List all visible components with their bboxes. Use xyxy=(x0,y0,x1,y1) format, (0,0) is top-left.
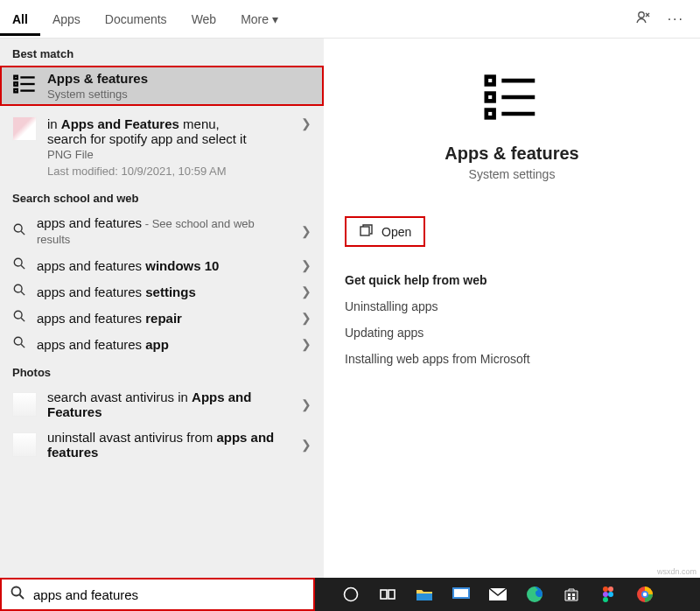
taskbar-icons xyxy=(341,585,654,604)
image-thumbnail-icon xyxy=(12,392,37,417)
svg-point-7 xyxy=(14,224,22,232)
result-title: apps and features repair xyxy=(37,311,290,326)
svg-rect-1 xyxy=(14,76,18,80)
quick-link-update[interactable]: Updating apps xyxy=(345,326,679,340)
file-explorer-icon[interactable] xyxy=(415,585,434,604)
chevron-right-icon[interactable]: ❯ xyxy=(301,337,312,351)
result-title: apps and features windows 10 xyxy=(37,258,290,273)
chevron-right-icon[interactable]: ❯ xyxy=(301,284,312,298)
web-result-base[interactable]: apps and features - See school and web r… xyxy=(0,210,324,252)
search-input[interactable] xyxy=(33,579,313,609)
svg-rect-5 xyxy=(14,89,18,93)
result-subtitle: System settings xyxy=(47,88,312,101)
svg-line-12 xyxy=(21,291,24,295)
quick-help-header: Get quick help from web xyxy=(345,273,679,287)
section-best-match: Best match xyxy=(0,39,324,66)
cortana-icon[interactable] xyxy=(341,585,360,604)
svg-line-25 xyxy=(20,595,24,600)
chevron-right-icon[interactable]: ❯ xyxy=(301,438,312,452)
svg-rect-23 xyxy=(360,227,369,235)
chrome-icon[interactable] xyxy=(635,585,654,604)
svg-rect-28 xyxy=(388,590,395,599)
web-result-repair[interactable]: apps and features repair ❯ xyxy=(0,305,324,331)
section-photos: Photos xyxy=(0,357,324,384)
image-thumbnail-icon xyxy=(12,432,37,457)
svg-rect-34 xyxy=(572,593,575,596)
result-title: apps and features xyxy=(37,215,142,230)
tab-documents[interactable]: Documents xyxy=(93,3,179,36)
svg-point-15 xyxy=(14,337,22,345)
svg-point-24 xyxy=(12,587,21,596)
watermark: wsxdn.com xyxy=(657,567,696,576)
tab-apps[interactable]: Apps xyxy=(40,3,93,36)
result-title-line2: search for spotify app and select it xyxy=(47,131,290,146)
result-title: apps and features settings xyxy=(37,284,290,299)
svg-point-40 xyxy=(608,592,613,597)
quick-link-uninstall[interactable]: Uninstalling apps xyxy=(345,299,679,313)
web-result-app[interactable]: apps and features app ❯ xyxy=(0,331,324,357)
open-label: Open xyxy=(382,225,411,239)
result-title: uninstall avast antivirus from apps and … xyxy=(47,430,290,460)
edge-icon[interactable] xyxy=(525,585,544,604)
chevron-right-icon[interactable]: ❯ xyxy=(301,116,312,130)
section-search-web: Search school and web xyxy=(0,183,324,210)
detail-header: Apps & features System settings xyxy=(345,39,679,181)
screen-sketch-icon[interactable] xyxy=(452,585,471,604)
mail-icon[interactable] xyxy=(488,585,508,604)
svg-line-10 xyxy=(21,265,24,269)
result-title: Apps & features xyxy=(47,71,312,86)
result-png-file[interactable]: in Apps and Features menu, search for sp… xyxy=(0,106,324,183)
detail-pane: Apps & features System settings Open Get… xyxy=(324,39,700,578)
search-icon xyxy=(12,310,26,326)
svg-rect-27 xyxy=(381,590,387,599)
result-apps-and-features[interactable]: Apps & features System settings xyxy=(0,66,324,106)
chevron-right-icon[interactable]: ❯ xyxy=(301,224,312,238)
chevron-right-icon[interactable]: ❯ xyxy=(301,397,312,411)
results-pane: Best match Apps & features System settin… xyxy=(0,39,324,578)
photo-result-uninstall-avast[interactable]: uninstall avast antivirus from apps and … xyxy=(0,425,324,465)
tab-more[interactable]: More▾ xyxy=(228,3,290,36)
feedback-icon[interactable] xyxy=(634,9,652,30)
web-result-settings[interactable]: apps and features settings ❯ xyxy=(0,278,324,305)
search-icon xyxy=(12,257,26,273)
svg-point-26 xyxy=(345,588,358,601)
svg-rect-30 xyxy=(454,589,468,597)
svg-point-13 xyxy=(14,311,22,319)
search-icon xyxy=(12,223,26,239)
svg-point-11 xyxy=(14,284,22,292)
svg-line-16 xyxy=(21,344,24,348)
result-title: in Apps and Features menu, xyxy=(47,116,290,131)
quick-link-install-web[interactable]: Installing web apps from Microsoft xyxy=(345,352,679,366)
chevron-right-icon[interactable]: ❯ xyxy=(301,311,312,325)
open-button[interactable]: Open xyxy=(345,216,425,247)
svg-rect-36 xyxy=(572,597,575,600)
figma-icon[interactable] xyxy=(598,585,618,604)
filter-tabs-bar: All Apps Documents Web More▾ ··· xyxy=(0,0,700,39)
svg-rect-19 xyxy=(486,94,494,102)
more-options-icon[interactable]: ··· xyxy=(668,11,684,27)
tab-web[interactable]: Web xyxy=(179,3,229,36)
result-modified: Last modified: 10/9/2021, 10:59 AM xyxy=(47,165,290,178)
result-filetype: PNG File xyxy=(47,148,290,161)
svg-rect-21 xyxy=(486,110,494,118)
svg-point-37 xyxy=(603,586,608,592)
photo-result-search-avast[interactable]: search avast antivirus in Apps and Featu… xyxy=(0,384,324,425)
open-icon xyxy=(359,223,373,240)
task-view-icon[interactable] xyxy=(378,585,397,604)
tab-all[interactable]: All xyxy=(0,3,40,36)
taskbar-search[interactable] xyxy=(0,578,315,611)
web-result-windows10[interactable]: apps and features windows 10 ❯ xyxy=(0,252,324,278)
svg-point-39 xyxy=(603,592,608,597)
chevron-down-icon: ▾ xyxy=(272,12,278,26)
settings-list-icon xyxy=(481,116,542,130)
svg-rect-35 xyxy=(568,597,570,600)
svg-line-8 xyxy=(21,231,24,235)
svg-point-0 xyxy=(638,11,643,17)
taskbar xyxy=(0,578,700,611)
svg-rect-17 xyxy=(486,77,494,85)
detail-title: Apps & features xyxy=(345,144,679,164)
chevron-right-icon[interactable]: ❯ xyxy=(301,258,312,272)
microsoft-store-icon[interactable] xyxy=(562,585,581,604)
filter-tabs: All Apps Documents Web More▾ xyxy=(0,3,290,36)
svg-rect-33 xyxy=(568,593,570,596)
